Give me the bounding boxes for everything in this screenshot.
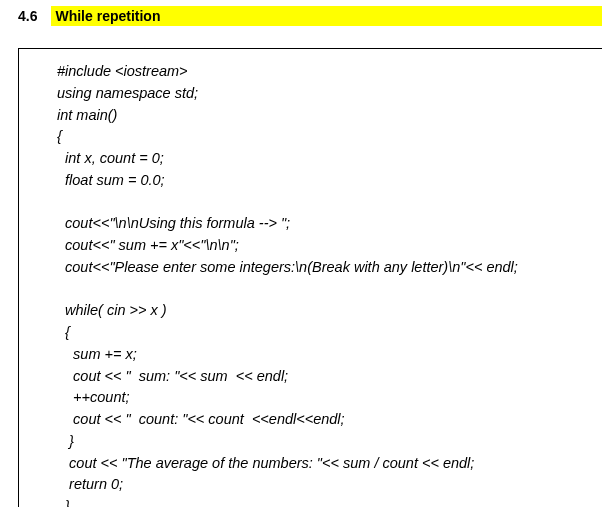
code-line: using namespace std; — [57, 83, 602, 105]
code-line: return 0; — [57, 474, 602, 496]
code-line: cout<<" sum += x"<<"\n\n"; — [57, 235, 602, 257]
code-container: #include <iostream> using namespace std;… — [18, 48, 602, 507]
code-line: int x, count = 0; — [57, 148, 602, 170]
code-line: cout << "The average of the numbers: "<<… — [57, 453, 602, 475]
code-line: cout << " sum: "<< sum << endl; — [57, 366, 602, 388]
code-line: cout << " count: "<< count <<endl<<endl; — [57, 409, 602, 431]
code-line: ++count; — [57, 387, 602, 409]
section-number: 4.6 — [18, 8, 37, 24]
section-header: 4.6 While repetition — [0, 0, 602, 32]
code-line: int main() — [57, 105, 602, 127]
code-line: } — [57, 431, 602, 453]
code-line: cout<<"\n\nUsing this formula --> "; — [57, 213, 602, 235]
code-line: cout<<"Please enter some integers:\n(Bre… — [57, 257, 602, 279]
code-line: } — [57, 496, 602, 507]
code-line: while( cin >> x ) — [57, 300, 602, 322]
code-line — [57, 192, 602, 214]
code-line: { — [57, 126, 602, 148]
code-line: float sum = 0.0; — [57, 170, 602, 192]
code-line: { — [57, 322, 602, 344]
code-line — [57, 279, 602, 301]
section-title: While repetition — [51, 6, 602, 26]
code-line: #include <iostream> — [57, 61, 602, 83]
code-line: sum += x; — [57, 344, 602, 366]
